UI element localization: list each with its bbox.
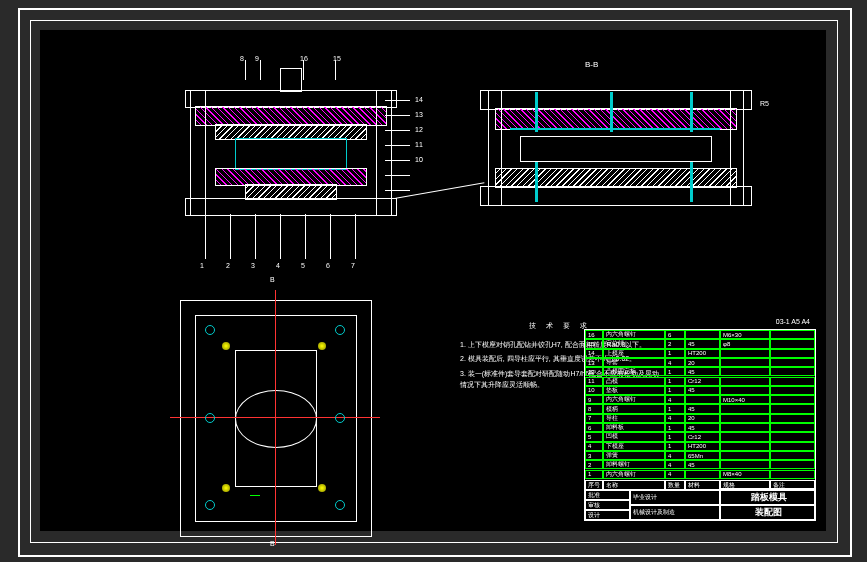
callout-13: 13 <box>415 111 423 118</box>
table-row: 15定位销245φ8 <box>585 339 815 348</box>
table-row: 8模柄145 <box>585 404 815 413</box>
table-row: 3弹簧465Mn <box>585 451 815 460</box>
sub-title: 装配图 <box>720 505 815 520</box>
callout-14: 14 <box>415 96 423 103</box>
parts-list: 16内六角螺钉6M6×3015定位销245φ814上模座1HT20013导套42… <box>585 330 815 480</box>
ref-1: 1 <box>200 262 204 269</box>
ref-5: 5 <box>301 262 305 269</box>
table-row: 12凸模固定板145 <box>585 367 815 376</box>
cad-page: B-B <box>0 0 867 562</box>
drawing-no: 03-1 A5 A4 <box>776 318 810 325</box>
table-row: 7导柱420 <box>585 414 815 423</box>
callout-15: 15 <box>333 55 341 62</box>
view-front-section <box>185 80 395 230</box>
ref-7: 7 <box>351 262 355 269</box>
table-row: 1内六角螺钉4M8×40 <box>585 470 815 479</box>
table-row: 4下模座1HT200 <box>585 442 815 451</box>
ref-4: 4 <box>276 262 280 269</box>
dept: 毕业设计 <box>630 490 720 505</box>
table-row: 11凸模1Cr12 <box>585 377 815 386</box>
main-title: 踏板模具 <box>720 490 815 505</box>
ref-3: 3 <box>251 262 255 269</box>
table-row: 14上模座1HT200 <box>585 349 815 358</box>
check-label: 审核 <box>585 500 630 510</box>
approve-label: 批准 <box>585 490 630 500</box>
table-row: 2卸料螺钉445 <box>585 460 815 469</box>
callout-12: 12 <box>415 126 423 133</box>
section-b-top: B <box>270 276 275 283</box>
ref-2: 2 <box>226 262 230 269</box>
table-row: 16内六角螺钉6M6×30 <box>585 330 815 339</box>
hdr-mat: 材料 <box>685 480 720 490</box>
hdr-qty: 数量 <box>665 480 685 490</box>
section-b-label: B-B <box>585 60 598 69</box>
drawing-canvas: B-B <box>40 30 826 531</box>
hdr-name: 名称 <box>603 480 665 490</box>
callout-16: 16 <box>300 55 308 62</box>
table-row: 10垫板145 <box>585 386 815 395</box>
view-top: B B <box>180 300 370 535</box>
table-row: 13导套420 <box>585 358 815 367</box>
view-side-section <box>480 80 750 230</box>
school: 机械设计及制造 <box>630 505 720 520</box>
hdr-no: 序号 <box>585 480 603 490</box>
ref-6: 6 <box>326 262 330 269</box>
table-row: 6卸料板145 <box>585 423 815 432</box>
design-label: 设计 <box>585 510 630 520</box>
callout-10: 10 <box>415 156 423 163</box>
title-block: 16内六角螺钉6M6×3015定位销245φ814上模座1HT20013导套42… <box>584 329 816 521</box>
table-row: 9内六角螺钉4M10×40 <box>585 395 815 404</box>
callout-11: 11 <box>415 141 423 148</box>
view-b-dim: R5 <box>760 100 769 107</box>
callout-9: 9 <box>255 55 259 62</box>
table-row: 5凹模1Cr12 <box>585 432 815 441</box>
section-b-bot: B <box>270 540 275 547</box>
callout-8: 8 <box>240 55 244 62</box>
